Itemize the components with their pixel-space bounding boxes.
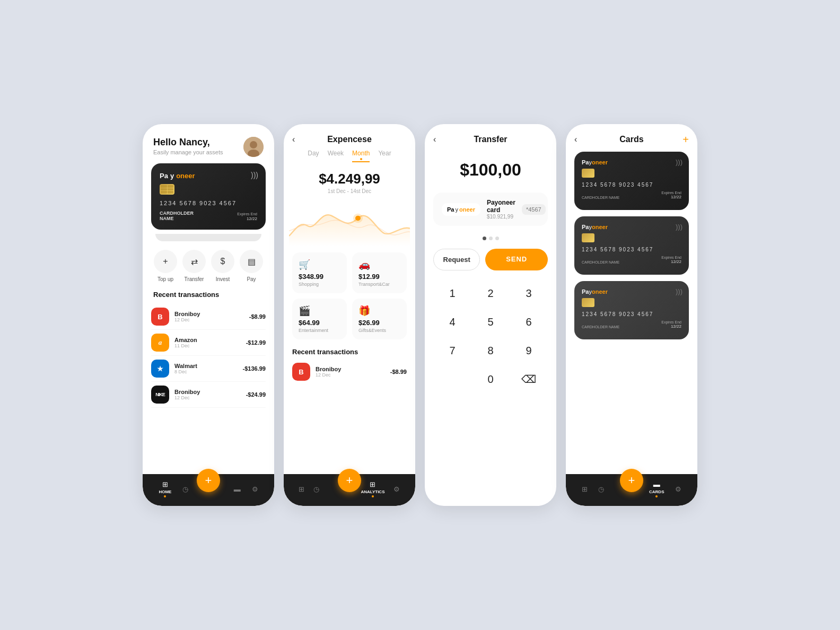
transfer-amount: $100,00 [425,160,556,180]
transfer-header: ‹ Transfer [425,124,556,150]
time-tabs: Day Week Month Year [284,150,415,167]
back-button[interactable]: ‹ [574,135,577,144]
tab-year[interactable]: Year [378,150,391,162]
key-4[interactable]: 4 [436,310,468,334]
request-button[interactable]: Request [433,249,480,270]
topup-icon: + [154,250,177,273]
key-3[interactable]: 3 [513,281,545,305]
fab-add-button[interactable]: + [620,469,643,492]
key-9[interactable]: 9 [513,338,545,363]
cards-header: ‹ Cards + [566,124,697,152]
nav-settings[interactable]: ⚙ [675,485,681,493]
back-button[interactable]: ‹ [292,135,295,144]
card-last4: *4567 [522,204,546,215]
tab-month[interactable]: Month [352,150,370,162]
expense-chart [284,195,415,248]
bottom-nav: ⊞ ◷ + ⊞ ANALYTICS ⚙ [284,474,415,506]
action-pay[interactable]: ▤ Pay [240,250,263,282]
tx-name: Broniboy [174,389,241,395]
key-0[interactable]: 0 [475,367,506,391]
category-transport[interactable]: 🚗 $12.99 Transport&Car [352,252,407,293]
tx-name: Amazon [174,337,241,343]
settings-nav-icon: ⚙ [252,485,258,493]
tx-date: 11 Dec [174,343,241,348]
nfc-icon: ))) [676,223,682,231]
card-carousel-dots [425,237,556,240]
card-number: 1234 5678 9023 4567 [160,200,257,206]
home-nav-icon: ⊞ [582,485,588,493]
nav-home[interactable]: ⊞ [582,485,588,493]
gifts-label: Gifts&Events [358,328,400,333]
transport-label: Transport&Car [358,282,400,287]
category-entertainment[interactable]: 🎬 $64.99 Entertainment [292,299,347,339]
tab-day[interactable]: Day [308,150,319,162]
nav-home[interactable]: ⊞ [299,485,304,493]
nav-analytics[interactable]: ⊞ ANALYTICS [361,480,384,497]
nav-cards[interactable]: ▬ CARDS [649,480,664,497]
screen-cards: ‹ Cards + ))) Payoneer 1234 5678 9023 45… [566,124,697,506]
tab-week[interactable]: Week [328,150,344,162]
nfc-icon: ))) [676,287,682,295]
key-5[interactable]: 5 [475,310,506,334]
screen-transfer: ‹ Transfer $100,00 Payoneer Payoneer car… [425,124,556,506]
dot-1 [483,237,486,240]
fab-add-button[interactable]: + [197,469,220,492]
card-name: Payoneer card [487,199,515,214]
key-1[interactable]: 1 [436,281,468,305]
screen-analytics: ‹ Expencese Day Week Month Year $4.249,9… [284,124,415,506]
settings-nav-icon: ⚙ [675,485,681,493]
card-logo: Payoneer [442,203,480,216]
tx-amount: -$12.99 [246,339,266,346]
cards-list: ))) Payoneer 1234 5678 9023 4567 CARDHOL… [566,152,697,339]
transfer-icon: ⇄ [182,250,206,273]
invest-icon: $ [211,250,234,273]
tx-logo: a [151,334,169,352]
action-topup[interactable]: + Top up [154,250,177,282]
card-number: 1234 5678 9023 4567 [582,311,681,317]
category-shopping[interactable]: 🛒 $348.99 Shopping [292,252,347,293]
add-card-button[interactable]: + [682,134,689,146]
bottom-nav: ⊞ ◷ + ▬ CARDS ⚙ [566,474,697,506]
tx-name: Walmart [174,363,238,369]
transfer-title: Transfer [474,135,507,144]
key-6[interactable]: 6 [513,310,545,334]
card-item-2[interactable]: ))) Payoneer 1234 5678 9023 4567 CARDHOL… [574,216,689,275]
back-button[interactable]: ‹ [433,135,436,144]
card-bottom: CARDHOLDER NAME Expires End 12/22 [582,191,681,199]
shopping-icon: 🛒 [299,259,340,270]
action-invest[interactable]: $ Invest [211,250,234,282]
key-backspace[interactable]: ⌫ [513,367,545,391]
total-amount-block: $4.249,99 1st Dec - 14st Dec [284,167,415,195]
card-selector[interactable]: Payoneer Payoneer card $10.921,99 *4567 [433,192,548,226]
card-item-3[interactable]: ))) Payoneer 1234 5678 9023 4567 CARDHOL… [574,281,689,339]
tx-name: Broniboy [316,366,385,372]
history-nav-icon: ◷ [182,485,188,493]
tx-logo: B [292,363,310,381]
action-buttons: Request SEND [433,249,548,270]
nav-history[interactable]: ◷ [598,485,604,493]
nav-history[interactable]: ◷ [182,485,188,493]
send-button[interactable]: SEND [485,249,548,270]
key-2[interactable]: 2 [475,281,506,305]
fab-add-button[interactable]: + [338,469,361,492]
screen-home: Hello Nancy, Easily manage your assets )… [143,124,274,506]
active-tab-indicator [360,158,362,160]
key-empty [436,367,468,391]
nav-card[interactable]: ▬ [234,485,241,493]
card-item-1[interactable]: ))) Payoneer 1234 5678 9023 4567 CARDHOL… [574,152,689,210]
home-nav-icon: ⊞ [299,485,304,493]
nav-history[interactable]: ◷ [313,485,319,493]
key-8[interactable]: 8 [475,338,506,363]
tx-logo: NIKE [151,386,169,404]
nav-settings[interactable]: ⚙ [252,485,258,493]
numpad-row-4: 0 ⌫ [433,367,548,391]
table-row: B Broniboy 12 Dec -$8.99 [284,359,415,384]
nav-home[interactable]: ⊞ HOME [159,480,171,497]
cards-title: Cards [619,135,643,144]
category-gifts[interactable]: 🎁 $26.99 Gifts&Events [352,299,407,339]
total-amount: $4.249,99 [284,171,415,187]
nav-settings[interactable]: ⚙ [393,485,400,493]
key-7[interactable]: 7 [436,338,468,363]
svg-point-1 [250,141,257,148]
action-transfer[interactable]: ⇄ Transfer [182,250,206,282]
